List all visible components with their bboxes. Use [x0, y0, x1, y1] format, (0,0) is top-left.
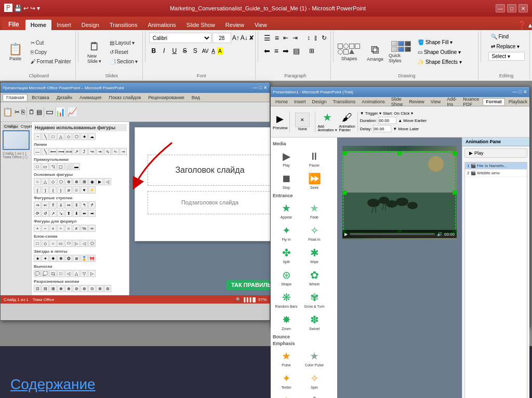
- shape-arr14[interactable]: ⬇: [73, 210, 80, 217]
- paste-button[interactable]: 📋 Paste: [4, 34, 27, 71]
- shape-arr16[interactable]: ➡: [88, 210, 96, 217]
- close-button[interactable]: ✕: [518, 4, 528, 12]
- anim-play-button[interactable]: ▶ Play: [464, 148, 527, 158]
- shape-s4[interactable]: ❋: [57, 255, 64, 262]
- shape-ab9[interactable]: ⊛: [96, 285, 103, 292]
- shape-arr9[interactable]: ⟳: [34, 210, 41, 217]
- cut-button[interactable]: ✂ Cut: [28, 38, 74, 47]
- shape-r2[interactable]: □: [49, 133, 57, 140]
- shape-rect-s4[interactable]: ▢: [57, 163, 64, 170]
- anim-tab-view[interactable]: View: [428, 99, 443, 105]
- italic-button[interactable]: I: [159, 46, 169, 56]
- shape-c5[interactable]: ◁: [65, 270, 72, 277]
- section-button[interactable]: 📑 Section ▾: [107, 57, 140, 66]
- spin-btn[interactable]: ✧ Spin: [301, 369, 328, 391]
- shape-arr7[interactable]: ↰: [81, 201, 88, 209]
- shape-line11[interactable]: ⤷: [112, 148, 119, 155]
- anim-tab-format[interactable]: Format: [483, 98, 505, 105]
- shape-s2[interactable]: ✦: [42, 255, 49, 262]
- slides-tab[interactable]: Слайды: [3, 124, 19, 129]
- shape-basic14[interactable]: }: [57, 186, 64, 194]
- anim-preview-btn[interactable]: ▶ Preview: [273, 113, 287, 130]
- shape-c4[interactable]: □: [57, 270, 64, 277]
- smartart-button[interactable]: ⊞: [308, 47, 316, 55]
- shape-ab7[interactable]: ⊚: [81, 285, 88, 292]
- char-spacing-button[interactable]: AV: [201, 47, 210, 55]
- shape-arr13[interactable]: ⬆: [65, 210, 72, 217]
- shape-basic5[interactable]: ⊕: [65, 178, 72, 185]
- shape-ab8[interactable]: ⊙: [88, 285, 96, 292]
- shape-f2[interactable]: −: [42, 225, 49, 232]
- pres-tab-animation[interactable]: Анимация: [76, 94, 104, 101]
- anim-list-item-1[interactable]: 1 🎬 File Is Namefo...: [465, 162, 527, 170]
- shape-line1[interactable]: —: [34, 148, 41, 155]
- shape-line12[interactable]: ⊸: [119, 148, 127, 155]
- pulse-btn[interactable]: ★ Pulse: [273, 347, 300, 368]
- shape-line9[interactable]: ⇝: [96, 148, 103, 155]
- highlight-button[interactable]: A: [217, 47, 223, 55]
- shape-arr10[interactable]: ↺: [42, 210, 49, 217]
- random-bars-btn[interactable]: ❋ Random Bars: [273, 289, 300, 310]
- teeter-btn[interactable]: ✦ Teeter: [273, 369, 300, 391]
- font-size-input[interactable]: [212, 33, 231, 43]
- main-slide[interactable]: Заголовок слайда Подзаголовок слайда: [135, 127, 285, 241]
- media-seek-btn[interactable]: ⏩ Seek: [301, 170, 328, 191]
- shape-fc8[interactable]: ⬠: [88, 240, 96, 247]
- pres-tab-slideshow[interactable]: Показ слайдов: [105, 94, 144, 101]
- shape-arr4[interactable]: ⇓: [57, 201, 64, 209]
- copy-button[interactable]: ⎘ Copy: [28, 48, 74, 57]
- tab-insert[interactable]: Insert: [51, 20, 76, 30]
- pres-new-slide-icon[interactable]: 🗒: [29, 108, 35, 116]
- pres-tab-view[interactable]: Вид: [189, 94, 203, 101]
- align-left-button[interactable]: ⬅: [262, 46, 272, 56]
- media-slide[interactable]: ▶ 🔊 00:00: [342, 146, 457, 239]
- indent-inc-button[interactable]: ⇥: [291, 34, 299, 42]
- shape-ab6[interactable]: ⊘: [73, 285, 80, 292]
- shape-c8[interactable]: ▷: [88, 270, 96, 277]
- tab-slide-show[interactable]: Slide Show: [181, 20, 220, 30]
- appear-btn[interactable]: ★ Appear: [273, 199, 300, 221]
- media-volume[interactable]: 🔊: [437, 232, 442, 237]
- save-icon[interactable]: 💾: [14, 5, 22, 12]
- anim-tab-slideshow[interactable]: Slide Show: [389, 96, 406, 107]
- shape-s1[interactable]: ★: [34, 255, 41, 262]
- tab-transitions[interactable]: Transitions: [104, 20, 142, 30]
- slide-thumb-1[interactable]: 1: [3, 130, 30, 150]
- none-anim-btn[interactable]: ✕ None: [292, 113, 313, 131]
- move-earlier-btn[interactable]: ▲ Move Earlier: [398, 118, 427, 123]
- shape-s5[interactable]: ❂: [65, 255, 72, 262]
- columns-button[interactable]: ⫿: [313, 34, 319, 42]
- shape-line6[interactable]: ↗: [73, 148, 80, 155]
- shape-basic8[interactable]: ◉: [88, 178, 96, 185]
- shape-rect-s1[interactable]: □: [34, 163, 41, 170]
- tab-animations[interactable]: Animations: [142, 20, 181, 30]
- anim-tab-addins[interactable]: Add-Ins: [444, 96, 459, 107]
- shape-fc7[interactable]: ◁: [81, 240, 88, 247]
- tab-view[interactable]: View: [249, 20, 272, 30]
- format-painter-button[interactable]: 🖌 Format Painter: [28, 57, 74, 66]
- shape-line8[interactable]: ↪: [88, 148, 96, 155]
- pres-tab-insert[interactable]: Вставка: [29, 94, 52, 101]
- shape-line5[interactable]: ⟺: [65, 148, 72, 155]
- shape-arrow[interactable]: →: [34, 133, 41, 140]
- shape-s6[interactable]: ⊛: [73, 255, 80, 262]
- shape-f6[interactable]: ≠: [73, 225, 80, 232]
- grow-shrink-btn[interactable]: ★ Grow/Shrink: [273, 392, 300, 398]
- pres-tab-review[interactable]: Рецензирование: [145, 94, 188, 101]
- shape-basic2[interactable]: △: [42, 178, 49, 185]
- shape-c6[interactable]: △: [73, 270, 80, 277]
- shape-basic18[interactable]: ⚡: [88, 186, 96, 194]
- shape-c3[interactable]: 🗯: [49, 270, 57, 277]
- floatin-btn[interactable]: ✧ Float In: [301, 222, 328, 243]
- duration-input[interactable]: [378, 117, 396, 124]
- shape-outline-button[interactable]: ▭ Shape Outline ▾: [415, 48, 477, 57]
- strikethrough-button[interactable]: S: [180, 46, 190, 56]
- underline-button[interactable]: U: [170, 46, 179, 56]
- shape-f1[interactable]: +: [34, 225, 41, 232]
- shape-f7[interactable]: %: [81, 225, 88, 232]
- anim-tab-review[interactable]: Review: [406, 99, 427, 105]
- shape-fc6[interactable]: ▷: [73, 240, 80, 247]
- shape-line2[interactable]: ╲: [42, 148, 49, 155]
- fade-entrance-btn[interactable]: ★ Fade: [301, 199, 328, 221]
- shape-s7[interactable]: 🏅: [81, 255, 88, 262]
